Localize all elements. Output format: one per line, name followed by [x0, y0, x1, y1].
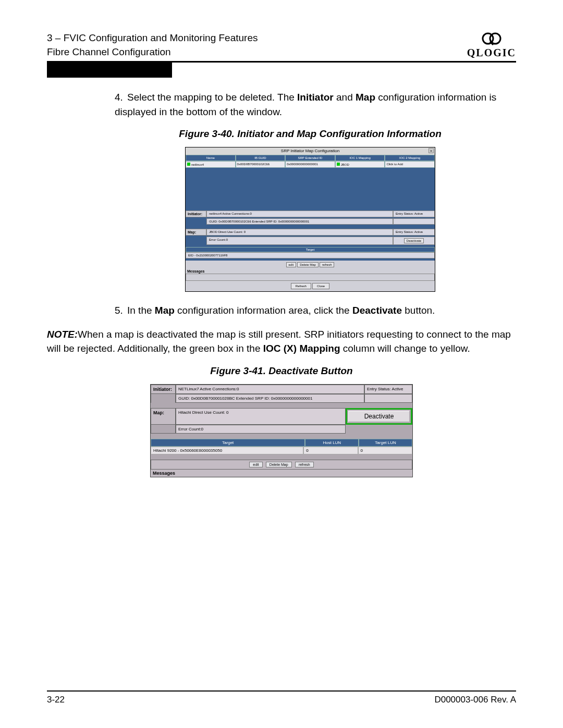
error-count: Error Count:0 — [176, 425, 346, 434]
table-row[interactable]: Hitachi 9200 - 0x50060E8000035050 0 0 — [151, 447, 412, 454]
col-ioc2: IOC 2 Mapping — [385, 155, 435, 161]
col-target-lun: Target LUN — [359, 439, 412, 447]
subsection-title: Fibre Channel Configuration — [47, 45, 258, 59]
page-header: 3 – FVIC Configuration and Monitoring Fe… — [47, 31, 258, 59]
col-ibguid: IB GUID — [236, 155, 286, 161]
figure-3-40: SRP Initiator Map Configuration × Name I… — [185, 147, 435, 292]
edit-button[interactable]: edit — [249, 462, 262, 467]
window-titlebar: SRP Initiator Map Configuration × — [186, 147, 435, 155]
messages-label: Messages — [151, 470, 412, 477]
step-5: 5.In the Map configuration information a… — [115, 303, 506, 318]
deactivate-highlight: Deactivate — [346, 408, 412, 425]
figure-3-40-caption: Figure 3-40. Initiator and Map Configura… — [115, 128, 506, 140]
map-info: JBOD Direct Use Count: 0 — [206, 229, 393, 236]
figure-3-41-caption: Figure 3-41. Deactivate Button — [47, 365, 516, 377]
map-info: Hitachi Direct Use Count: 0 — [176, 408, 346, 425]
target-header: Target — [186, 247, 435, 252]
entry-status: Entry Status: Active — [393, 229, 435, 236]
col-target: Target — [151, 439, 305, 447]
initiator-label: Initiator: — [186, 211, 206, 217]
close-icon[interactable]: × — [429, 148, 434, 153]
step-4: 4.Select the mapping to be deleted. The … — [115, 90, 506, 119]
close-button[interactable]: Close — [312, 283, 329, 289]
brand-name: QLOGIC — [467, 47, 516, 59]
initiator-info: NETLinux7 Active Connections:0 — [176, 385, 364, 394]
entry-status: Entry Status: Active — [364, 385, 412, 394]
messages-label: Messages — [186, 269, 435, 274]
col-host-lun: Host LUN — [305, 439, 359, 447]
note-block: NOTE:When a map is deactivated the map i… — [0, 327, 516, 356]
page-number: 3-22 — [47, 695, 65, 705]
delete-map-button[interactable]: Delete Map — [266, 462, 292, 467]
col-name: Name — [186, 155, 236, 161]
eid-row: EID - 0x21000020077119F8 — [186, 252, 435, 258]
table-row[interactable]: netlinux4 0x00D0B70000102C66 0x000000000… — [186, 161, 435, 168]
figure-3-41: Initiator: NETLinux7 Active Connections:… — [150, 384, 413, 477]
refresh-button[interactable]: Refresh — [291, 283, 311, 289]
messages-area — [186, 274, 435, 281]
doc-revision: D000003-006 Rev. A — [434, 695, 516, 705]
error-count: Error Count:0 — [206, 237, 393, 245]
entry-status: Entry Status: Active — [393, 211, 435, 217]
status-dot-icon — [187, 163, 190, 166]
initiator-info: netlinux4 Active Connections:0 — [206, 211, 393, 217]
delete-map-button[interactable]: Delete Map — [297, 262, 319, 267]
black-bar — [47, 62, 172, 78]
status-dot-icon — [337, 163, 340, 166]
edit-button[interactable]: edit — [286, 262, 297, 267]
initiator-guid: GUID: 0x00D0B700001028BC Extended SRP ID… — [176, 394, 364, 403]
brand-logo: QLOGIC — [467, 31, 516, 59]
refresh-button[interactable]: refresh — [295, 462, 314, 467]
col-ioc1: IOC 1 Mapping — [335, 155, 385, 161]
deactivate-button[interactable]: Deactivate — [348, 411, 410, 422]
map-label: Map: — [151, 408, 176, 425]
section-title: 3 – FVIC Configuration and Monitoring Fe… — [47, 31, 258, 45]
initiator-label: Initiator: — [151, 385, 176, 394]
refresh-small-button[interactable]: refresh — [320, 262, 335, 267]
col-srpid: SRP Extended ID — [285, 155, 335, 161]
map-label: Map: — [186, 229, 206, 236]
deactivate-button[interactable]: Deactivate — [404, 238, 424, 243]
initiator-guid: GUID: 0x00D0B70000102C66 Extended SRP ID… — [206, 218, 393, 225]
